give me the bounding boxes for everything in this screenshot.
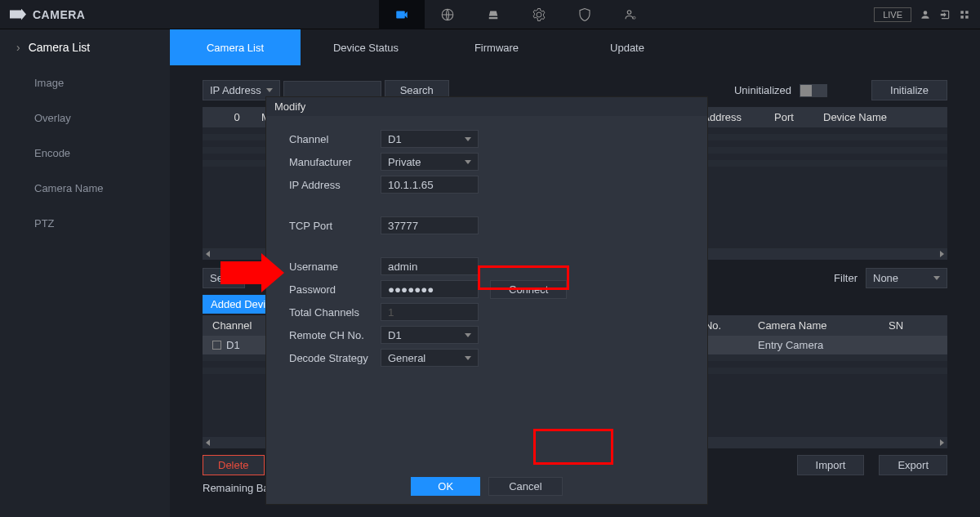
username-label: Username: [289, 261, 381, 273]
channel-select[interactable]: D1: [381, 130, 479, 148]
svg-rect-7: [965, 16, 969, 19]
password-input[interactable]: [381, 280, 479, 298]
modal-body: Channel D1 Manufacturer Private IP Addre…: [266, 116, 707, 469]
export-button[interactable]: Export: [879, 455, 947, 475]
user-icon[interactable]: [920, 9, 931, 20]
modal-title: Modify: [266, 97, 707, 116]
svg-rect-4: [960, 11, 964, 14]
decode-label: Decode Strategy: [289, 352, 381, 364]
svg-rect-6: [960, 16, 964, 19]
tcp-label: TCP Port: [289, 220, 381, 232]
live-badge[interactable]: LIVE: [874, 7, 911, 22]
chevron-down-icon: [465, 356, 471, 360]
total-channels-input: [381, 303, 479, 321]
decode-select[interactable]: General: [381, 349, 479, 367]
tab-camera-list[interactable]: Camera List: [170, 29, 301, 65]
connect-button[interactable]: Connect: [490, 280, 567, 299]
topbar-left: CAMERA: [10, 8, 85, 21]
sidebar-item-ptz[interactable]: PTZ: [0, 206, 170, 241]
account-nav-icon[interactable]: [608, 0, 653, 29]
remote-ch-select[interactable]: D1: [381, 326, 479, 344]
chevron-down-icon: [465, 160, 471, 164]
camera-icon: [10, 9, 26, 20]
svg-rect-5: [965, 11, 969, 14]
th-device-name: Device Name: [823, 111, 938, 123]
grid-icon[interactable]: [959, 9, 970, 20]
topbar-title: CAMERA: [33, 8, 85, 21]
search-devices-button[interactable]: Searc: [203, 268, 245, 288]
topbar-right: LIVE: [874, 7, 970, 22]
scroll-left-icon[interactable]: [206, 439, 210, 446]
password-label: Password: [289, 283, 381, 296]
tabs: Camera List Device Status Firmware Updat…: [170, 29, 980, 65]
filter-by-value: IP Address: [210, 84, 261, 96]
row-camera-name: Entry Camera: [758, 339, 889, 351]
filter-label: Filter: [834, 272, 858, 284]
tab-device-status[interactable]: Device Status: [301, 29, 431, 65]
filter-value: None: [873, 272, 898, 284]
sidebar-header[interactable]: › Camera List: [0, 29, 170, 65]
system-nav-icon[interactable]: [516, 0, 562, 29]
svg-point-1: [628, 10, 632, 14]
ip-input[interactable]: [381, 176, 479, 194]
initialize-button[interactable]: Initialize: [871, 80, 947, 100]
scroll-right-icon[interactable]: [940, 251, 944, 257]
topbar: CAMERA LIVE: [0, 0, 980, 29]
th-port: Port: [774, 111, 823, 123]
filter-select[interactable]: None: [866, 268, 947, 288]
row-channel: D1: [226, 339, 240, 351]
sidebar-item-overlay[interactable]: Overlay: [0, 100, 170, 136]
scroll-left-icon[interactable]: [206, 251, 210, 257]
storage-nav-icon[interactable]: [470, 0, 516, 29]
total-channels-label: Total Channels: [289, 306, 381, 319]
tcp-input[interactable]: [381, 216, 479, 234]
modal-footer: OK Cancel: [266, 469, 707, 504]
tab-firmware[interactable]: Firmware: [431, 29, 562, 65]
ok-button[interactable]: OK: [411, 477, 480, 496]
username-input[interactable]: [381, 257, 479, 275]
manufacturer-label: Manufacturer: [289, 156, 381, 168]
sidebar-header-label: Camera List: [29, 41, 90, 54]
sidebar-item-camera-name[interactable]: Camera Name: [0, 171, 170, 206]
th-count: 0: [212, 111, 261, 123]
chevron-down-icon: [465, 333, 471, 337]
logout-icon[interactable]: [939, 9, 951, 20]
top-nav-icons: [379, 0, 653, 29]
remote-ch-label: Remote CH No.: [289, 329, 381, 341]
tab-update[interactable]: Update: [562, 29, 693, 65]
added-devices-label: Added Devi: [203, 295, 274, 314]
sidebar: › Camera List Image Overlay Encode Camer…: [0, 29, 170, 517]
svg-point-2: [633, 16, 635, 19]
scroll-right-icon[interactable]: [940, 439, 944, 446]
cancel-button[interactable]: Cancel: [488, 477, 562, 496]
uninitialized-toggle[interactable]: [800, 84, 827, 97]
row-checkbox[interactable]: [212, 341, 221, 350]
modify-modal: Modify Channel D1 Manufacturer Private I…: [265, 96, 708, 505]
chevron-down-icon: [933, 276, 940, 280]
th-sn: SN: [889, 319, 938, 332]
ip-label: IP Address: [289, 179, 381, 191]
channel-label: Channel: [289, 133, 381, 145]
sidebar-item-encode[interactable]: Encode: [0, 136, 170, 171]
th-camera-name: Camera Name: [758, 319, 889, 332]
chevron-down-icon: [465, 137, 471, 141]
uninitialized-label: Uninitialized: [734, 84, 791, 96]
import-button[interactable]: Import: [797, 455, 865, 475]
sidebar-item-image[interactable]: Image: [0, 65, 170, 100]
security-nav-icon[interactable]: [562, 0, 608, 29]
manufacturer-select[interactable]: Private: [381, 153, 479, 171]
svg-point-3: [924, 11, 928, 15]
chevron-right-icon: ›: [16, 41, 20, 54]
camera-nav-icon[interactable]: [379, 0, 425, 29]
network-nav-icon[interactable]: [425, 0, 470, 29]
delete-button[interactable]: Delete: [203, 455, 265, 475]
chevron-down-icon: [266, 88, 273, 92]
